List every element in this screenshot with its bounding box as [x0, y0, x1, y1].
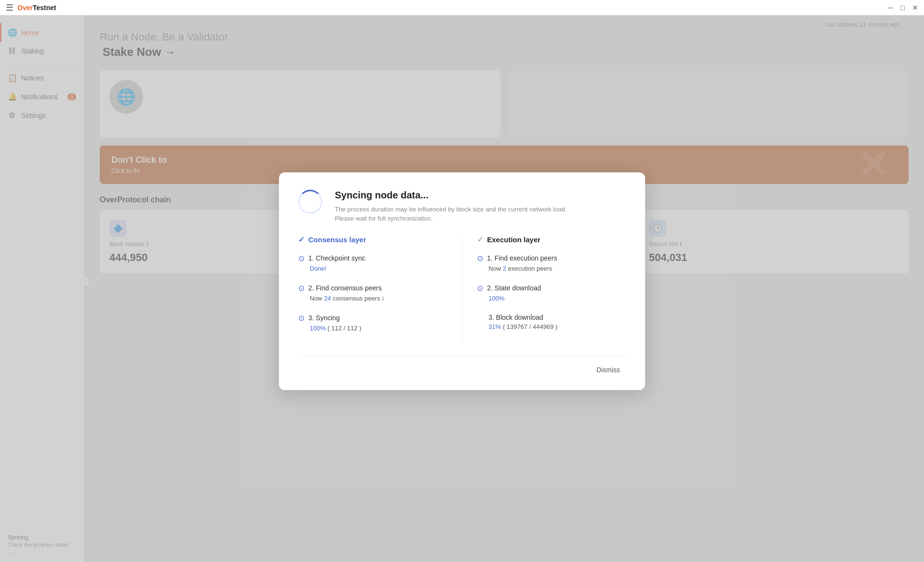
step1-left-status: Done!	[298, 265, 448, 272]
step3-right-status: 31% ( 139767 / 444969 )	[477, 323, 626, 330]
app-title-prefix: Over	[17, 4, 33, 12]
step2-right-icon: ⊙	[477, 284, 483, 293]
consensus-layer-label: Consensus layer	[308, 235, 366, 244]
execution-layer-header: ✓ Execution layer	[477, 235, 626, 244]
execution-layer-col: ✓ Execution layer ⊙ 1. Find execution pe…	[462, 235, 626, 343]
step1-right-status: Now 2 execution peers	[477, 265, 626, 272]
step3-left-title: 3. Syncing	[308, 314, 340, 322]
step1-right-title: 1. Find execution peers	[487, 254, 557, 262]
step-find-execution-peers: ⊙ 1. Find execution peers Now 2 executio…	[477, 254, 626, 272]
step1-left-icon: ⊙	[298, 254, 304, 263]
step-state-download: ⊙ 2. State download 100%	[477, 284, 626, 302]
minimize-button[interactable]: ─	[888, 4, 893, 12]
modal-overlay: Syncing node data... The process duratio…	[0, 0, 924, 562]
step2-left-title: 2. Find consensus peers	[308, 284, 382, 292]
titlebar: ☰ OverTestnet ─ □ ✕	[0, 0, 924, 15]
info-icon-peers: ℹ	[382, 296, 384, 301]
window-controls: ─ □ ✕	[888, 4, 918, 12]
modal-footer: Dismiss	[298, 355, 626, 377]
modal-header: Syncing node data... The process duratio…	[298, 190, 626, 223]
modal-description: The process duration may be influenced b…	[335, 205, 567, 223]
loading-spinner	[298, 190, 322, 214]
consensus-layer-header: ✓ Consensus layer	[298, 235, 448, 244]
step3-right-title: 3. Block download	[488, 314, 543, 321]
app-title-suffix: Testnet	[33, 4, 56, 12]
close-button[interactable]: ✕	[912, 4, 918, 12]
step1-right-icon: ⊙	[477, 254, 483, 263]
modal-title: Syncing node data...	[335, 190, 567, 201]
step3-left-status: 100% ( 112 / 112 )	[298, 325, 448, 332]
execution-check-icon: ✓	[477, 235, 483, 244]
dismiss-button[interactable]: Dismiss	[591, 363, 626, 377]
step2-right-title: 2. State download	[487, 284, 541, 292]
modal-body: ✓ Consensus layer ⊙ 1. Checkpoint sync D…	[298, 235, 626, 343]
step-find-consensus-peers: ⊙ 2. Find consensus peers Now 24 consens…	[298, 284, 448, 302]
step2-left-status: Now 24 consensus peers ℹ	[298, 295, 448, 302]
step-block-download: 3. Block download 31% ( 139767 / 444969 …	[477, 314, 626, 330]
execution-layer-label: Execution layer	[487, 235, 541, 244]
step-syncing: ⊙ 3. Syncing 100% ( 112 / 112 )	[298, 314, 448, 332]
maximize-button[interactable]: □	[901, 4, 905, 12]
step2-right-status: 100%	[477, 295, 626, 302]
step-checkpoint-sync: ⊙ 1. Checkpoint sync Done!	[298, 254, 448, 272]
sync-modal: Syncing node data... The process duratio…	[279, 172, 645, 390]
step2-left-icon: ⊙	[298, 284, 304, 293]
step3-left-icon: ⊙	[298, 314, 304, 323]
spinner-wrap	[298, 190, 325, 217]
consensus-check-icon: ✓	[298, 235, 304, 244]
step1-left-title: 1. Checkpoint sync	[308, 254, 365, 262]
app-title: OverTestnet	[17, 4, 56, 12]
menu-icon[interactable]: ☰	[6, 2, 13, 13]
consensus-layer-col: ✓ Consensus layer ⊙ 1. Checkpoint sync D…	[298, 235, 462, 343]
